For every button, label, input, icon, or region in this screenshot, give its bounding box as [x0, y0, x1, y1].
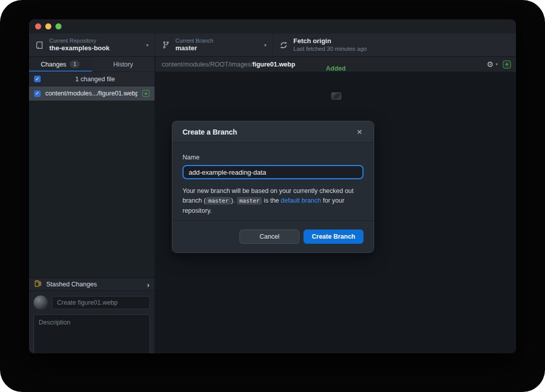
branch-name-label: Name: [183, 154, 364, 161]
fetch-detail: Last fetched 30 minutes ago: [293, 45, 510, 52]
changed-files-summary-row: ✓ 1 changed file: [29, 72, 155, 86]
tab-history-label: History: [113, 61, 133, 68]
fetch-origin-button[interactable]: Fetch origin Last fetched 30 minutes ago: [273, 34, 516, 56]
tab-changes[interactable]: Changes 1: [29, 57, 92, 72]
github-desktop-window: Current Repository the-examples-book ▾ C…: [29, 19, 516, 353]
tab-changes-label: Changes: [41, 61, 66, 68]
plus-icon: +: [144, 91, 147, 96]
branch-name-input[interactable]: [183, 165, 364, 179]
changes-sidebar: Changes 1 History ✓ 1 changed file ✓ con…: [29, 57, 155, 353]
cancel-button[interactable]: Cancel: [239, 230, 299, 244]
close-window-button[interactable]: [35, 23, 41, 29]
branch-code-span: master: [206, 197, 231, 205]
branch-code-span: master: [237, 197, 262, 205]
changes-count-badge: 1: [70, 60, 80, 68]
stashed-changes-label: Stashed Changes: [46, 281, 142, 288]
fetch-label: Fetch origin: [293, 37, 510, 45]
chevron-right-icon: ›: [147, 280, 149, 289]
toolbar: Current Repository the-examples-book ▾ C…: [29, 34, 516, 57]
dialog-header: Create a Branch ✕: [172, 121, 374, 143]
dialog-title: Create a Branch: [183, 128, 355, 136]
close-icon[interactable]: ✕: [355, 127, 364, 137]
file-path: content/modules.../figure01.webp: [45, 90, 138, 97]
check-icon: ✓: [35, 77, 39, 82]
select-all-checkbox[interactable]: ✓: [34, 76, 41, 82]
commit-form: Commit to master: [29, 291, 155, 353]
git-branch-icon: [161, 41, 170, 49]
chevron-down-icon: ▾: [264, 43, 266, 48]
dialog-body: Name Your new branch will be based on yo…: [172, 143, 374, 216]
diff-status-label: Added: [156, 65, 516, 72]
default-branch-link[interactable]: default branch: [281, 197, 321, 204]
stash-icon: [34, 280, 42, 289]
tab-history[interactable]: History: [92, 57, 155, 72]
stashed-changes-row[interactable]: Stashed Changes ›: [29, 278, 155, 291]
image-preview-thumbnail: [331, 92, 341, 100]
check-icon: ✓: [35, 91, 39, 96]
minimize-window-button[interactable]: [45, 23, 51, 29]
chevron-down-icon: ▾: [146, 43, 148, 48]
commit-summary-input[interactable]: [52, 296, 150, 309]
changed-files-count: 1 changed file: [41, 76, 149, 83]
commit-description-input[interactable]: [34, 314, 150, 353]
branch-label: Current Branch: [175, 38, 260, 45]
file-checkbox[interactable]: ✓: [34, 90, 41, 97]
dialog-footer: Cancel Create Branch: [172, 220, 374, 252]
zoom-window-button[interactable]: [55, 23, 62, 29]
avatar: [34, 296, 48, 310]
file-added-status-icon: +: [142, 90, 149, 97]
current-branch-button[interactable]: Current Branch master ▾: [155, 34, 273, 56]
repo-icon: [35, 41, 44, 49]
create-branch-button[interactable]: Create Branch: [304, 230, 364, 244]
window-titlebar: [29, 19, 516, 34]
repository-name: the-examples-book: [49, 44, 142, 52]
dialog-description: Your new branch will be based on your cu…: [183, 186, 364, 216]
changed-file-row[interactable]: ✓ content/modules.../figure01.webp +: [29, 86, 155, 101]
create-branch-dialog: Create a Branch ✕ Name Your new branch w…: [172, 121, 374, 253]
screen-background: Current Repository the-examples-book ▾ C…: [0, 0, 545, 392]
sidebar-tabs: Changes 1 History: [29, 57, 155, 72]
current-repository-button[interactable]: Current Repository the-examples-book ▾: [29, 34, 155, 56]
sync-icon: [279, 41, 288, 49]
branch-name: master: [175, 44, 260, 52]
repository-label: Current Repository: [49, 38, 142, 45]
